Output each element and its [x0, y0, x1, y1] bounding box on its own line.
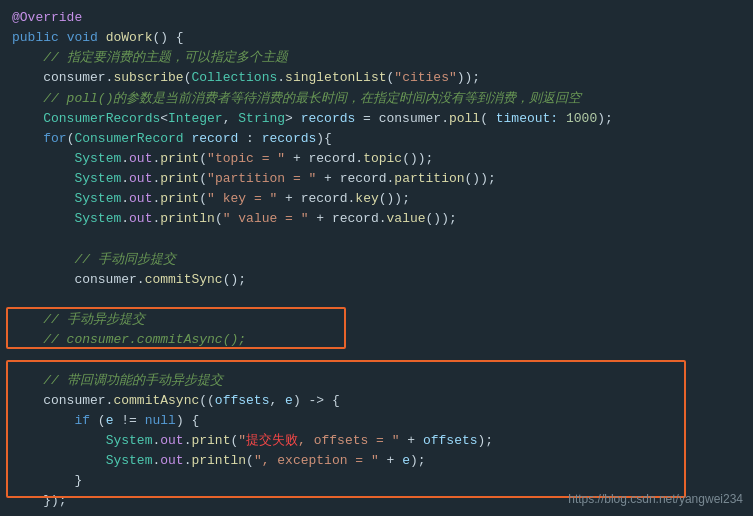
code-line-5: // poll()的参数是当前消费者等待消费的最长时间，在指定时间内没有等到消费… — [12, 89, 741, 109]
code-line-10: System.out.print(" key = " + record.key(… — [12, 189, 741, 209]
code-line-7: for(ConsumerRecord record : records){ — [12, 129, 741, 149]
code-line-26: } — [12, 512, 741, 516]
code-line-14: consumer.commitSync(); — [12, 270, 741, 290]
code-line-8: System.out.print("topic = " + record.top… — [12, 149, 741, 169]
code-line-16: // 手动异步提交 — [12, 310, 741, 330]
code-line-15 — [12, 290, 741, 310]
code-line-18 — [12, 350, 741, 370]
code-line-13: // 手动同步提交 — [12, 250, 741, 270]
code-line-6: ConsumerRecords<Integer, String> records… — [12, 109, 741, 129]
code-line-4: consumer.subscribe(Collections.singleton… — [12, 68, 741, 88]
code-editor: @Override public void doWork() { // 指定要消… — [0, 0, 753, 516]
code-line-1: @Override — [12, 8, 741, 28]
code-line-9: System.out.print("partition = " + record… — [12, 169, 741, 189]
code-line-17: // consumer.commitAsync(); — [12, 330, 741, 350]
code-line-21: if (e != null) { — [12, 411, 741, 431]
code-line-20: consumer.commitAsync((offsets, e) -> { — [12, 391, 741, 411]
code-line-12 — [12, 230, 741, 250]
code-line-3: // 指定要消费的主题，可以指定多个主题 — [12, 48, 741, 68]
code-line-11: System.out.println(" value = " + record.… — [12, 209, 741, 229]
code-line-24: } — [12, 471, 741, 491]
code-line-2: public void doWork() { — [12, 28, 741, 48]
watermark: https://blog.csdn.net/yangwei234 — [568, 492, 743, 506]
code-line-23: System.out.println(", exception = " + e)… — [12, 451, 741, 471]
code-line-19: // 带回调功能的手动异步提交 — [12, 371, 741, 391]
code-line-22: System.out.print("提交失败, offsets = " + of… — [12, 431, 741, 451]
